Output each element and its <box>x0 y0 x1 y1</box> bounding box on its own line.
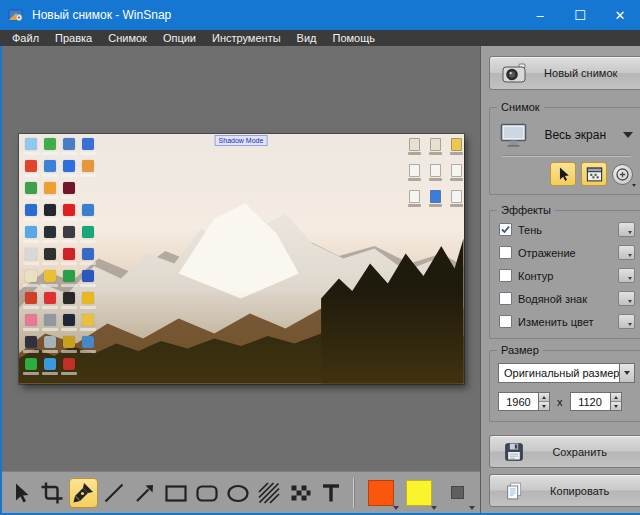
tool-rounded-rectangle[interactable] <box>193 478 222 508</box>
new-snapshot-button[interactable]: Новый снимок <box>489 56 640 90</box>
menu-item-file[interactable]: Файл <box>4 30 47 46</box>
effect-settings-button-shadow[interactable] <box>618 222 635 237</box>
rounded-rectangle-icon <box>195 481 219 505</box>
width-spin-down-button[interactable] <box>539 402 549 410</box>
arrow-icon <box>133 481 157 505</box>
menu-item-help[interactable]: Помощь <box>324 30 383 46</box>
secondary-color-swatch[interactable] <box>404 478 434 508</box>
tool-arrow[interactable] <box>131 478 160 508</box>
maximize-button[interactable]: ☐ <box>560 0 600 30</box>
desktop-icon <box>63 204 75 216</box>
desktop-icon <box>82 270 94 282</box>
tool-line[interactable] <box>100 478 129 508</box>
window-icon <box>586 166 603 183</box>
effect-settings-button-watermark[interactable] <box>618 291 635 306</box>
desktop-icon <box>44 248 56 260</box>
color-fill <box>406 480 432 506</box>
plus-circle-button[interactable] <box>612 164 633 185</box>
rectangle-icon <box>164 481 188 505</box>
save-button[interactable]: Сохранить <box>489 435 640 468</box>
effect-settings-button-outline[interactable] <box>618 268 635 283</box>
copy-label: Копировать <box>524 485 640 497</box>
width-spinner[interactable]: 1960 <box>498 392 550 411</box>
minimize-button[interactable]: – <box>520 0 560 30</box>
select-icon <box>9 481 33 505</box>
height-value[interactable]: 1120 <box>570 392 610 411</box>
capture-mode-select[interactable]: Весь экран <box>490 118 640 152</box>
color-fill <box>368 480 394 506</box>
desktop-icon <box>25 160 37 172</box>
menu-item-tools[interactable]: Инструменты <box>204 30 289 46</box>
right-panel: Новый снимок Снимок Весь экран <box>481 46 640 513</box>
desktop-icon <box>63 160 75 172</box>
copy-button[interactable]: Копировать <box>489 474 640 507</box>
document-icon <box>451 164 462 177</box>
menu-item-capture[interactable]: Снимок <box>100 30 155 46</box>
checkbox-watermark[interactable] <box>499 292 512 305</box>
size-preset-value: Оригинальный размер <box>498 363 619 383</box>
tool-pen[interactable] <box>69 478 98 508</box>
desktop-icon <box>25 270 37 282</box>
desktop-icon <box>82 292 94 304</box>
tool-select[interactable] <box>7 478 36 508</box>
text-icon <box>319 481 343 505</box>
line-icon <box>102 481 126 505</box>
desktop-icon <box>44 182 56 194</box>
menu-item-view[interactable]: Вид <box>289 30 325 46</box>
tool-hatch[interactable] <box>255 478 284 508</box>
desktop-icon <box>82 226 94 238</box>
floppy-icon <box>504 442 524 462</box>
ellipse-icon <box>226 481 250 505</box>
tool-rectangle[interactable] <box>162 478 191 508</box>
checkbox-shadow[interactable] <box>499 223 512 236</box>
effect-label-shadow: Тень <box>518 224 618 236</box>
group-effects: Эффекты ТеньОтражениеКонтурВодяной знакИ… <box>489 210 640 339</box>
close-button[interactable]: ✕ <box>600 0 640 30</box>
window-toggle-button[interactable] <box>581 162 607 186</box>
document-icon <box>430 164 441 177</box>
checkbox-outline[interactable] <box>499 269 512 282</box>
primary-color-swatch[interactable] <box>366 478 396 508</box>
desktop-icon <box>44 160 56 172</box>
copy-icon <box>504 481 524 501</box>
tool-pixelate[interactable] <box>285 478 314 508</box>
menu-item-edit[interactable]: Правка <box>47 30 100 46</box>
effect-row-watermark: Водяной знак <box>499 289 635 308</box>
effect-label-outline: Контур <box>518 270 618 282</box>
effect-label-reflection: Отражение <box>518 247 618 259</box>
menu-item-options[interactable]: Опции <box>155 30 204 46</box>
desktop-icon <box>82 204 94 216</box>
width-value[interactable]: 1960 <box>498 392 538 411</box>
effect-settings-button-colorize[interactable] <box>618 314 635 329</box>
desktop-icon <box>82 248 94 260</box>
effect-row-colorize: Изменить цвет <box>499 312 635 331</box>
tool-text[interactable] <box>316 478 345 508</box>
desktop-icon <box>25 204 37 216</box>
size-preset-dropdown-button[interactable] <box>619 363 635 383</box>
desktop-icon <box>63 248 75 260</box>
checkbox-reflection[interactable] <box>499 246 512 259</box>
width-spin-up-button[interactable] <box>539 393 549 402</box>
desktop-icon <box>25 248 37 260</box>
color-fill <box>451 486 464 499</box>
tool-ellipse[interactable] <box>224 478 253 508</box>
height-spin-down-button[interactable] <box>611 402 621 410</box>
effect-row-shadow: Тень <box>499 220 635 239</box>
pen-size-swatch[interactable] <box>442 478 472 508</box>
height-spin-up-button[interactable] <box>611 393 621 402</box>
size-preset-select[interactable]: Оригинальный размер <box>498 363 635 383</box>
checkbox-colorize[interactable] <box>499 315 512 328</box>
desktop-icon <box>25 336 37 348</box>
dropdown-caret-icon <box>632 184 636 187</box>
winsnap-window: Новый снимок - WinSnap – ☐ ✕ ФайлПравкаС… <box>0 0 640 515</box>
editing-canvas[interactable]: Shadow Mode <box>2 46 480 471</box>
cursor-toggle-button[interactable] <box>550 162 576 186</box>
effect-label-colorize: Изменить цвет <box>518 316 618 328</box>
desktop-icon <box>44 314 56 326</box>
new-snapshot-label: Новый снимок <box>526 67 640 79</box>
effect-settings-button-reflection[interactable] <box>618 245 635 260</box>
desktop-icon <box>63 270 75 282</box>
preview-image[interactable]: Shadow Mode <box>19 134 464 384</box>
tool-crop[interactable] <box>38 478 67 508</box>
height-spinner[interactable]: 1120 <box>570 392 622 411</box>
